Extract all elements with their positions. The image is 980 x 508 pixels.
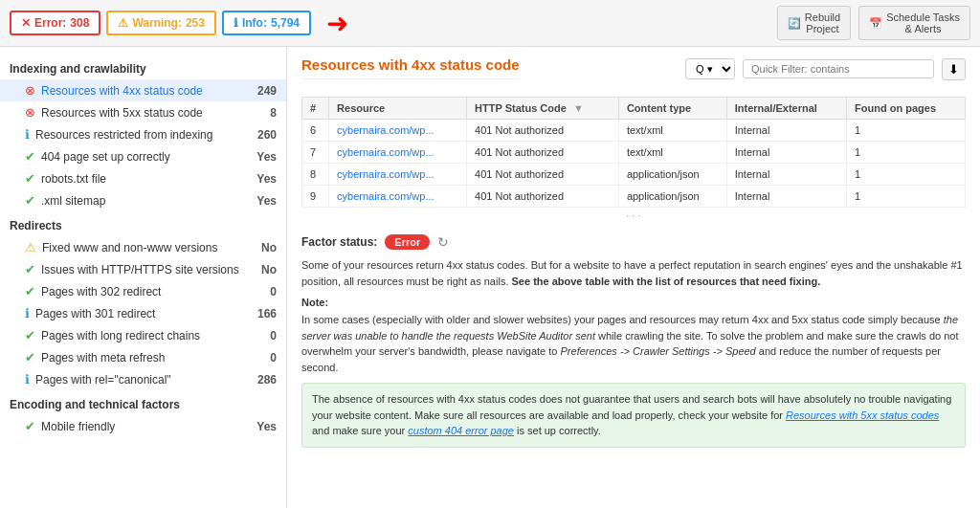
rebuild-label: RebuildProject — [805, 11, 840, 34]
col-status[interactable]: HTTP Status Code ▼ — [467, 98, 619, 120]
ok-icon-302: ✔ — [25, 284, 35, 298]
sidebar-item-404[interactable]: ✔ 404 page set up correctly Yes — [0, 145, 286, 167]
section-encoding-title: Encoding and technical factors — [0, 390, 286, 415]
ok-icon-mobile: ✔ — [25, 419, 35, 433]
table-row: 9 cybernaira.com/wp... 401 Not authorize… — [302, 186, 966, 208]
note-text: In some cases (especially with older and… — [301, 312, 966, 375]
rebuild-button[interactable]: 🔄 RebuildProject — [777, 6, 851, 40]
sidebar-item-4xx[interactable]: ⊗ Resources with 4xx status code 249 — [0, 79, 286, 101]
filter-bar: Q ▾ ⬇ — [685, 58, 966, 80]
cell-internal: Internal — [726, 142, 846, 164]
factor-status-label: Factor status: — [301, 235, 377, 249]
warning-icon-www: ⚠ — [25, 240, 36, 254]
red-arrow-icon: ➜ — [326, 8, 348, 39]
resources-table: # Resource HTTP Status Code ▼ Content ty… — [301, 97, 966, 223]
col-content: Content type — [618, 98, 726, 120]
sidebar-value-https: No — [261, 263, 277, 276]
sidebar-item-301[interactable]: ℹ Pages with 301 redirect 166 — [0, 302, 286, 324]
refresh-icon[interactable]: ↻ — [437, 234, 449, 250]
sidebar-item-restricted[interactable]: ℹ Resources restricted from indexing 260 — [0, 123, 286, 145]
sidebar-label-restricted: Resources restricted from indexing — [35, 128, 212, 142]
sidebar-item-5xx[interactable]: ⊗ Resources with 5xx status code 8 — [0, 101, 286, 123]
cell-status: 401 Not authorized — [467, 142, 619, 164]
info-icon: ℹ — [234, 16, 238, 30]
warning-label: Warning: — [132, 16, 182, 30]
info-count: 5,794 — [271, 16, 300, 30]
info-badge[interactable]: ℹ Info: 5,794 — [222, 11, 311, 35]
cell-resource[interactable]: cybernaira.com/wp... — [329, 142, 467, 164]
ok-icon-404: ✔ — [25, 149, 35, 164]
sidebar-label-long-redirect: Pages with long redirect chains — [41, 329, 200, 342]
warning-icon: ⚠ — [118, 16, 128, 30]
filter-input[interactable] — [743, 59, 934, 78]
sidebar-value-restricted: 260 — [257, 128, 277, 142]
cell-found: 1 — [847, 164, 966, 186]
schedule-label: Schedule Tasks& Alerts — [886, 11, 960, 34]
cell-found: 1 — [847, 142, 966, 164]
ok-icon-sitemap: ✔ — [25, 193, 35, 208]
error-label: Error: — [34, 16, 66, 30]
sidebar-item-meta-refresh[interactable]: ✔ Pages with meta refresh 0 — [0, 346, 286, 368]
info-box: The absence of resources with 4xx status… — [301, 383, 966, 448]
sidebar-value-canonical: 286 — [257, 373, 277, 387]
info-icon-restricted: ℹ — [25, 127, 30, 142]
sidebar-item-long-redirect[interactable]: ✔ Pages with long redirect chains 0 — [0, 324, 286, 346]
sidebar-label-mobile: Mobile friendly — [41, 420, 115, 433]
sidebar-item-canonical[interactable]: ℹ Pages with rel="canonical" 286 — [0, 368, 286, 390]
cell-content: application/json — [618, 186, 726, 208]
factor-status-header: Factor status: Error ↻ — [301, 234, 966, 250]
status-badges: ✕ Error: 308 ⚠ Warning: 253 ℹ Info: 5,79… — [10, 11, 311, 35]
warning-count: 253 — [186, 16, 205, 30]
cell-resource[interactable]: cybernaira.com/wp... — [329, 186, 467, 208]
ok-icon-robots: ✔ — [25, 171, 35, 186]
cell-status: 401 Not authorized — [467, 164, 619, 186]
sidebar-item-robots[interactable]: ✔ robots.txt file Yes — [0, 167, 286, 189]
sidebar: Indexing and crawlability ⊗ Resources wi… — [0, 47, 287, 508]
cell-found: 1 — [847, 186, 966, 208]
cell-resource[interactable]: cybernaira.com/wp... — [329, 120, 467, 142]
link-404-page[interactable]: custom 404 error page — [408, 425, 514, 436]
sidebar-value-4xx: 249 — [257, 84, 277, 98]
sidebar-value-sitemap: Yes — [256, 194, 277, 208]
sidebar-value-robots: Yes — [256, 172, 277, 186]
warning-badge[interactable]: ⚠ Warning: 253 — [106, 11, 216, 35]
factor-status-section: Factor status: Error ↻ Some of your reso… — [301, 234, 966, 448]
sidebar-label-404: 404 page set up correctly — [41, 150, 170, 164]
sidebar-item-www[interactable]: ⚠ Fixed www and non-www versions No — [0, 236, 286, 258]
sidebar-value-404: Yes — [256, 150, 277, 164]
cell-found: 1 — [847, 120, 966, 142]
cell-num: 6 — [302, 120, 329, 142]
error-icon-5xx: ⊗ — [25, 105, 35, 120]
sidebar-item-https[interactable]: ✔ Issues with HTTP/HTTPS site versions N… — [0, 258, 286, 280]
table-row: 6 cybernaira.com/wp... 401 Not authorize… — [302, 120, 966, 142]
note-section: Note: In some cases (especially with old… — [301, 297, 966, 375]
sidebar-label-canonical: Pages with rel="canonical" — [35, 373, 171, 387]
sidebar-label-4xx: Resources with 4xx status code — [41, 84, 203, 98]
right-panel: Resources with 4xx status code Q ▾ ⬇ # R… — [287, 47, 980, 508]
cell-resource[interactable]: cybernaira.com/wp... — [329, 164, 467, 186]
top-bar: ✕ Error: 308 ⚠ Warning: 253 ℹ Info: 5,79… — [0, 0, 980, 47]
sidebar-item-302[interactable]: ✔ Pages with 302 redirect 0 — [0, 280, 286, 302]
section-redirects-title: Redirects — [0, 211, 286, 236]
factor-description: Some of your resources return 4xx status… — [301, 257, 966, 289]
download-button[interactable]: ⬇ — [942, 58, 966, 80]
ellipsis-cell: · · · — [302, 208, 966, 224]
sidebar-item-sitemap[interactable]: ✔ .xml sitemap Yes — [0, 189, 286, 211]
note-title: Note: — [301, 297, 966, 308]
error-badge[interactable]: ✕ Error: 308 — [10, 11, 100, 35]
sidebar-label-sitemap: .xml sitemap — [41, 194, 105, 208]
schedule-button[interactable]: 📅 Schedule Tasks& Alerts — [858, 6, 970, 40]
cell-num: 9 — [302, 186, 329, 208]
info-label: Info: — [242, 16, 267, 30]
cell-num: 8 — [302, 164, 329, 186]
error-icon: ⊗ — [25, 83, 35, 98]
filter-select[interactable]: Q ▾ — [685, 58, 735, 79]
link-5xx[interactable]: Resources with 5xx status codes — [786, 409, 939, 421]
sidebar-value-meta-refresh: 0 — [270, 351, 277, 364]
table-row: 7 cybernaira.com/wp... 401 Not authorize… — [302, 142, 966, 164]
panel-title: Resources with 4xx status code — [301, 56, 520, 79]
cell-content: application/json — [618, 164, 726, 186]
sidebar-item-mobile[interactable]: ✔ Mobile friendly Yes — [0, 415, 286, 437]
schedule-icon: 📅 — [869, 17, 882, 30]
sidebar-label-302: Pages with 302 redirect — [41, 285, 161, 298]
